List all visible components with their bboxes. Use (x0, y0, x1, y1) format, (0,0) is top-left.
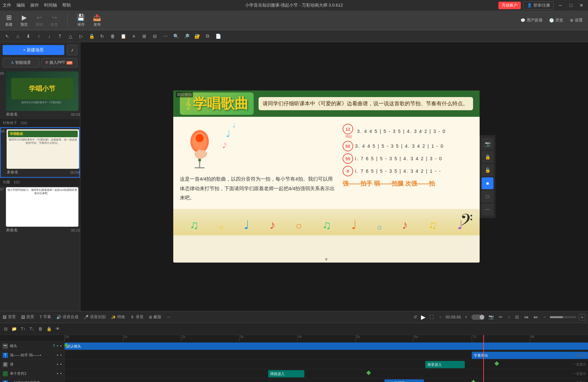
sec-paste-btn[interactable]: 📄 (213, 32, 223, 41)
sec-lock2-btn[interactable]: 🔐 (192, 32, 202, 41)
bb-more[interactable]: ⋯ (167, 315, 171, 319)
smart-scene-button[interactable]: A 智能场景 (3, 58, 40, 67)
sec-top-btn[interactable]: ⤒ (55, 32, 65, 41)
bb-add-btn[interactable]: + (579, 314, 585, 320)
score-block[interactable]: 渐变进入 (425, 361, 465, 368)
music-block[interactable]: 弹跳进入 (268, 370, 304, 377)
minimize-button[interactable]: ─ (556, 1, 564, 9)
settings-button[interactable]: ⚙ 设置 (570, 17, 583, 23)
sec-select-btn[interactable]: ↖ (3, 32, 12, 41)
camera-block[interactable]: 默认镜头 (65, 343, 588, 350)
insert-ppt-button[interactable]: P 插入PPT VIP (41, 58, 78, 67)
sec-rotate-btn[interactable]: ↻ (98, 32, 107, 41)
upgrade-button[interactable]: 升级账户 (498, 2, 521, 9)
toolbar-undo[interactable]: ↩ 撤销 (36, 13, 43, 27)
bb-minus-btn[interactable]: − (438, 314, 443, 320)
menu-file[interactable]: 文件 (3, 2, 11, 8)
sec-triangle-btn[interactable]: △ (66, 32, 75, 41)
sec-up-btn[interactable]: ↑ (34, 32, 43, 41)
rp-square-btn[interactable]: □ (482, 191, 493, 202)
bb-subtitle[interactable]: T 字幕 (40, 314, 51, 320)
toolbar-preview[interactable]: ▶ 预览 (20, 13, 28, 27)
menu-operate[interactable]: 操作 (30, 2, 39, 8)
music-dot2[interactable]: • (60, 371, 62, 376)
bb-filter-btn[interactable]: ⊟ (514, 314, 520, 320)
text2-dot2[interactable]: • (60, 381, 62, 382)
bb-background[interactable]: 🖼 背景 (3, 314, 16, 320)
camera-dot2[interactable]: • (60, 344, 62, 348)
bb-next-btn[interactable]: ⏭ (532, 314, 539, 320)
sec-copy-btn[interactable]: 📋 (119, 32, 128, 41)
bb-tts[interactable]: 🔊 语音合成 (56, 314, 78, 320)
toolbar-new[interactable]: ⊞ 新建 (5, 13, 13, 27)
sec-lock-btn[interactable]: 🔒 (87, 32, 96, 41)
text1-dot1[interactable]: • (57, 353, 58, 358)
close-button[interactable]: ✕ (577, 1, 585, 9)
text1-dot2[interactable]: • (60, 353, 62, 358)
sec-delete-btn[interactable]: 🗑 (108, 32, 117, 41)
sec-home-btn[interactable]: ⌂ (13, 32, 22, 41)
toolbar-publish[interactable]: 📤 发布 (93, 13, 101, 27)
bb-mask[interactable]: ⊞ 蔽版 (149, 314, 161, 320)
camera-dot1[interactable]: • (57, 344, 58, 348)
sec-align-btn[interactable]: ≡ (129, 32, 138, 41)
menu-help[interactable]: 帮助 (62, 2, 71, 8)
bb-plus-btn[interactable]: + (463, 314, 469, 320)
bb-play-btn[interactable]: ▶ (421, 314, 426, 321)
bb-fullscreen-btn[interactable]: ⛶ (428, 314, 435, 320)
music-dot1[interactable]: • (57, 371, 58, 376)
bb-foreground[interactable]: 🖼 前景 (21, 314, 34, 320)
bb-minus2-btn[interactable]: − (542, 314, 547, 320)
history-button[interactable]: 🕐 历史 (549, 17, 563, 23)
scene-06[interactable]: 学唱歌曲 请同学们仔细听课本中《可爱的家》边看曲谱，说一说这首歌的节拍、节奏有什… (7, 129, 79, 176)
toolbar-redo[interactable]: ↪ 恢复 (51, 13, 58, 27)
sec-grid-btn[interactable]: ⊟ (150, 32, 159, 41)
bb-toggle[interactable] (471, 315, 485, 320)
sec-download-btn[interactable]: ⬇ (24, 32, 33, 41)
rp-unlock-btn[interactable]: 🔓 (482, 164, 493, 176)
login-button[interactable]: 👤 登录/注册 (523, 1, 554, 10)
rp-lock-btn[interactable]: 🔒 (482, 151, 493, 163)
tl-grid-btn[interactable]: ⊟ (3, 326, 9, 332)
score-dot2[interactable]: • (60, 362, 62, 367)
scene-05[interactable]: 学唱小节 请同学们仔细听课本中《可爱的家》 未命名 00:09 (6, 71, 80, 118)
tl-lock-btn[interactable]: 🔒 (45, 326, 53, 332)
bb-prev-btn[interactable]: ⏮ (523, 314, 530, 320)
menu-bar[interactable]: 文件 编辑 操作 时间轴 帮助 (3, 2, 71, 8)
sec-copy2-btn[interactable]: ⧉ (203, 32, 212, 41)
text2-dot1[interactable]: • (57, 381, 58, 382)
bb-camera-btn[interactable]: 📷 (487, 314, 495, 320)
rp-blue-btn[interactable]: ■ (482, 177, 493, 189)
scene-07[interactable]: 强小节弱节拍练习。请同学们跟着老师一起把4/4拍强弱关系表示出来吧。 未命名 0… (6, 187, 80, 234)
sec-down-btn[interactable]: ↓ (45, 32, 54, 41)
rp-more-btn[interactable]: ⋯ (482, 204, 493, 216)
music-button[interactable]: ♪ (67, 45, 77, 55)
menu-timeline[interactable]: 时间轴 (44, 2, 57, 8)
bb-record[interactable]: 🎙 录音 (130, 314, 144, 320)
tl-eye-btn[interactable]: 👁 (54, 326, 61, 332)
sec-play-small-btn[interactable]: ▷ (76, 32, 86, 41)
maximize-button[interactable]: □ (567, 1, 575, 9)
rp-screenshot-btn[interactable]: 📷 (482, 138, 493, 150)
expand-arrow[interactable]: ▼ (324, 257, 328, 262)
bb-reset-btn[interactable]: ↺ (412, 314, 418, 320)
new-scene-button[interactable]: + 新建场景 (3, 45, 64, 55)
sec-dots-btn[interactable]: ⋯ (161, 32, 170, 41)
bb-effects[interactable]: ✨ 特效 (111, 314, 125, 320)
tl-text-down-btn[interactable]: T↓ (28, 326, 35, 332)
feedback-button[interactable]: 💬 用户反馈 (520, 17, 543, 23)
score-dot1[interactable]: • (57, 362, 58, 367)
tl-folder-btn[interactable]: 📁 (10, 326, 18, 332)
camera-help-icon[interactable]: ? (53, 344, 55, 348)
menu-edit[interactable]: 编辑 (16, 2, 25, 8)
bb-edit-btn[interactable]: ✏ (498, 314, 504, 320)
bb-arrow-up-btn[interactable]: ↑ (507, 314, 512, 320)
tl-delete-btn[interactable]: 🗑 (37, 326, 44, 332)
sec-zoom-in-btn[interactable]: 🔍 (171, 32, 181, 41)
sec-zoom-out-btn[interactable]: 🔎 (182, 32, 191, 41)
tl-text-up-btn[interactable]: T↑ (19, 326, 27, 332)
playhead[interactable] (483, 335, 484, 382)
sec-distribute-btn[interactable]: ⊞ (140, 32, 149, 41)
text2-block[interactable]: 文本行渐现 (384, 379, 424, 382)
window-controls[interactable]: 升级账户 👤 登录/注册 ─ □ ✕ (498, 1, 585, 10)
